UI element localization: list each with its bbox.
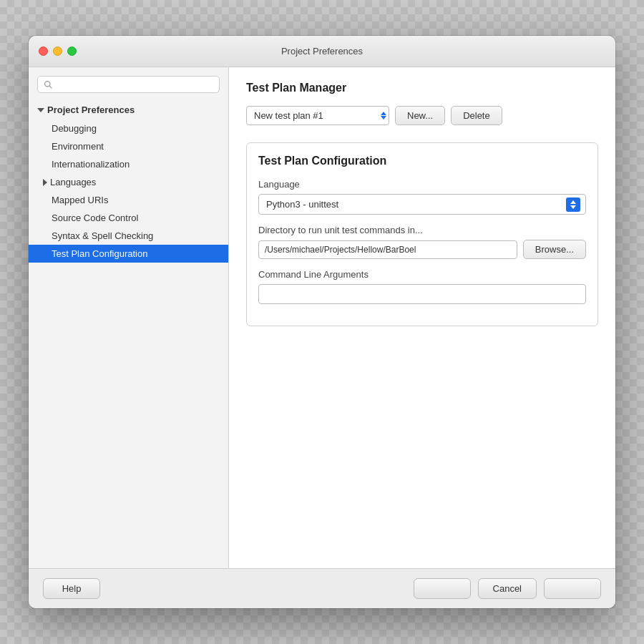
traffic-lights [39, 47, 77, 56]
language-select-wrapper: Python3 - unittest [258, 194, 586, 215]
search-icon [44, 80, 53, 89]
sidebar-item-syntax-spell[interactable]: Syntax & Spell Checking [29, 227, 228, 245]
sidebar-section-title: Project Preferences [47, 104, 135, 115]
browse-button[interactable]: Browse... [523, 240, 586, 259]
sidebar: Project Preferences Debugging Environmen… [29, 67, 229, 568]
language-group: Language Python3 - unittest [258, 179, 586, 215]
sidebar-item-languages[interactable]: Languages [29, 173, 228, 191]
search-wrapper[interactable] [37, 76, 220, 93]
svg-point-0 [45, 81, 50, 86]
plan-select-wrapper: New test plan #1 [246, 106, 389, 125]
sidebar-item-mapped-uris[interactable]: Mapped URIs [29, 191, 228, 209]
language-label: Language [258, 179, 586, 190]
sidebar-item-debugging[interactable]: Debugging [29, 119, 228, 137]
cancel-button[interactable]: Cancel [478, 578, 537, 599]
svg-line-1 [49, 86, 52, 88]
titlebar: Project Preferences [29, 36, 615, 67]
search-input[interactable] [57, 79, 213, 89]
new-button[interactable]: New... [395, 106, 445, 125]
search-container [29, 76, 228, 100]
help-button[interactable]: Help [43, 578, 100, 599]
cmd-args-label: Command Line Arguments [258, 269, 586, 280]
sidebar-header: Project Preferences [29, 100, 228, 119]
minimize-button[interactable] [53, 47, 62, 56]
sidebar-item-test-plan-config[interactable]: Test Plan Configuration [29, 245, 228, 263]
ok-button[interactable] [414, 578, 471, 599]
bottom-left: Help [43, 578, 100, 599]
cmd-args-input[interactable] [258, 284, 586, 304]
directory-label: Directory to run unit test commands in..… [258, 225, 586, 235]
sidebar-item-source-code-control[interactable]: Source Code Control [29, 209, 228, 227]
sidebar-item-environment[interactable]: Environment [29, 137, 228, 155]
collapse-icon [37, 108, 44, 112]
main-window: Project Preferences Project Preferences [29, 36, 615, 608]
expand-icon [43, 179, 47, 186]
test-plan-manager: Test Plan Manager New test plan #1 New..… [246, 82, 598, 125]
test-plan-row: New test plan #1 New... Delete [246, 106, 598, 125]
main-panel: Test Plan Manager New test plan #1 New..… [229, 67, 615, 568]
content-area: Project Preferences Debugging Environmen… [29, 67, 615, 568]
cmd-args-group: Command Line Arguments [258, 269, 586, 304]
close-button[interactable] [39, 47, 48, 56]
test-plan-manager-title: Test Plan Manager [246, 82, 598, 94]
sidebar-item-internationalization[interactable]: Internationalization [29, 155, 228, 173]
directory-group: Directory to run unit test commands in..… [258, 225, 586, 259]
window-title: Project Preferences [281, 46, 363, 57]
directory-input[interactable] [258, 240, 517, 259]
bottom-right: Cancel [414, 578, 601, 599]
bottom-bar: Help Cancel [29, 568, 615, 608]
language-select[interactable]: Python3 - unittest [258, 194, 586, 215]
directory-row: Browse... [258, 240, 586, 259]
maximize-button[interactable] [67, 47, 77, 56]
plan-select[interactable]: New test plan #1 [246, 106, 389, 125]
test-plan-config-section: Test Plan Configuration Language Python3… [246, 142, 598, 326]
delete-button[interactable]: Delete [451, 106, 502, 125]
test-plan-config-title: Test Plan Configuration [258, 155, 586, 167]
apply-button[interactable] [544, 578, 601, 599]
